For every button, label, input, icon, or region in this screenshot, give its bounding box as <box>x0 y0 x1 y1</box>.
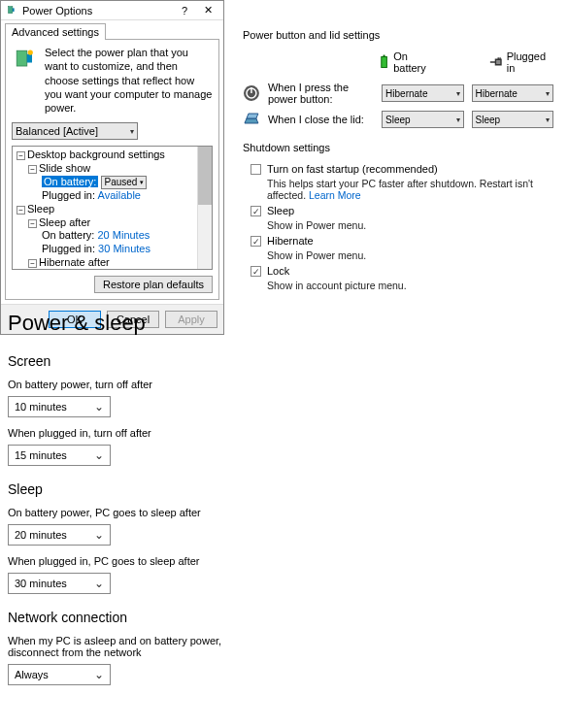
svg-rect-2 <box>17 50 27 66</box>
page-title: Power & sleep <box>8 311 318 336</box>
fast-startup-desc: This helps start your PC faster after sh… <box>267 178 533 201</box>
tree-label-plugged: Plugged in: <box>42 189 95 201</box>
press-power-label: When I press the power button: <box>268 82 374 105</box>
section-screen: Screen <box>8 353 318 369</box>
hibernate-checkbox[interactable] <box>251 236 261 247</box>
lid-icon <box>243 111 260 128</box>
learn-more-link[interactable]: Learn More <box>309 189 361 201</box>
sleep-option-label: Sleep <box>267 205 294 216</box>
plugged-in-value[interactable]: Available <box>98 189 141 201</box>
tree-toggle[interactable]: − <box>28 259 37 268</box>
settings-tree: −Desktop background settings −Slide show… <box>12 146 213 270</box>
tree-item-desktop-bg[interactable]: Desktop background settings <box>27 149 165 160</box>
plug-icon <box>488 56 503 68</box>
power-icon <box>5 4 18 17</box>
tab-row: Advanced settings <box>1 20 223 39</box>
close-button[interactable]: ✕ <box>196 2 219 19</box>
plugged-in-legend: Plugged in <box>507 50 553 74</box>
tree-label: On battery: <box>42 229 94 241</box>
press-power-plugged-select[interactable]: Hibernate <box>472 84 553 102</box>
tree-item-on-battery-selected[interactable]: On battery: <box>42 176 98 187</box>
tree-toggle[interactable]: − <box>17 206 25 215</box>
fast-startup-checkbox[interactable] <box>251 164 261 175</box>
section-network: Network connection <box>8 610 318 625</box>
lock-option-desc: Show in account picture menu. <box>267 280 553 291</box>
hibernate-option-desc: Show in Power menu. <box>267 249 553 261</box>
svg-point-4 <box>28 50 33 54</box>
sleep-after-plugged-value[interactable]: 30 Minutes <box>98 243 150 254</box>
system-settings-panel: Power button and lid settings On battery… <box>243 29 553 295</box>
svg-rect-6 <box>384 55 385 57</box>
svg-rect-0 <box>9 6 13 13</box>
power-options-dialog: Power Options ? ✕ Advanced settings Sele… <box>0 0 224 335</box>
screen-plugged-select[interactable]: 15 minutes <box>8 445 111 466</box>
plan-select[interactable]: Balanced [Active] <box>12 122 138 140</box>
section-sleep: Sleep <box>8 481 318 497</box>
tree-toggle[interactable]: − <box>17 151 25 160</box>
tab-advanced[interactable]: Advanced settings <box>5 23 106 40</box>
tree-label: Plugged in: <box>42 243 95 254</box>
tree-toggle[interactable]: − <box>28 219 37 228</box>
section-title-shutdown: Shutdown settings <box>243 142 553 153</box>
svg-rect-5 <box>382 56 387 67</box>
tree-item-hibernate-after[interactable]: Hibernate after <box>39 256 110 268</box>
sleep-option-desc: Show in Power menu. <box>267 219 553 231</box>
tree-toggle[interactable]: − <box>28 165 37 174</box>
press-power-battery-select[interactable]: Hibernate <box>382 84 463 102</box>
tree-item-slideshow[interactable]: Slide show <box>39 162 90 174</box>
sleep-battery-select[interactable]: 20 minutes <box>8 524 111 546</box>
tree-item-sleep-after[interactable]: Sleep after <box>39 216 90 228</box>
battery-icon <box>379 54 389 70</box>
hibernate-option-label: Hibernate <box>267 235 314 247</box>
screen-battery-select[interactable]: 10 minutes <box>8 396 111 417</box>
close-lid-battery-select[interactable]: Sleep <box>382 111 463 128</box>
hibernate-after-battery-value[interactable]: 45 Minutes <box>97 270 150 271</box>
power-button-icon <box>243 84 260 102</box>
tree-item-sleep[interactable]: Sleep <box>27 203 54 215</box>
network-disconnect-select[interactable]: Always <box>8 664 111 685</box>
settings-app-panel: Power & sleep Screen On battery power, t… <box>8 311 318 685</box>
scroll-thumb[interactable] <box>198 147 212 205</box>
scrollbar[interactable] <box>197 147 212 269</box>
sleep-plugged-label: When plugged in, PC goes to sleep after <box>8 555 318 567</box>
fast-startup-label: Turn on fast startup (recommended) <box>267 163 438 175</box>
on-battery-legend: On battery <box>393 50 440 74</box>
tree-label: On battery: <box>42 270 94 271</box>
titlebar: Power Options ? ✕ <box>1 1 223 20</box>
lock-checkbox[interactable] <box>251 266 261 277</box>
dialog-title: Power Options <box>22 5 173 17</box>
svg-rect-3 <box>27 54 32 63</box>
dialog-description: Select the power plan that you want to c… <box>45 46 213 115</box>
tab-content: Select the power plan that you want to c… <box>5 39 219 300</box>
sleep-after-battery-value[interactable]: 20 Minutes <box>97 229 150 241</box>
close-lid-label: When I close the lid: <box>268 114 374 125</box>
power-plan-icon <box>12 46 39 73</box>
network-disconnect-label: When my PC is asleep and on battery powe… <box>8 635 260 658</box>
on-battery-value-select[interactable]: Paused <box>101 176 147 189</box>
screen-battery-label: On battery power, turn off after <box>8 379 318 390</box>
svg-rect-1 <box>13 8 15 12</box>
sleep-checkbox[interactable] <box>251 206 261 216</box>
sleep-plugged-select[interactable]: 30 minutes <box>8 573 111 594</box>
screen-plugged-label: When plugged in, turn off after <box>8 427 318 439</box>
sleep-battery-label: On battery power, PC goes to sleep after <box>8 507 318 518</box>
lock-option-label: Lock <box>267 265 289 277</box>
restore-defaults-button[interactable]: Restore plan defaults <box>94 276 213 293</box>
section-title-power-button: Power button and lid settings <box>243 29 553 41</box>
close-lid-plugged-select[interactable]: Sleep <box>472 111 553 128</box>
help-button[interactable]: ? <box>173 2 196 19</box>
